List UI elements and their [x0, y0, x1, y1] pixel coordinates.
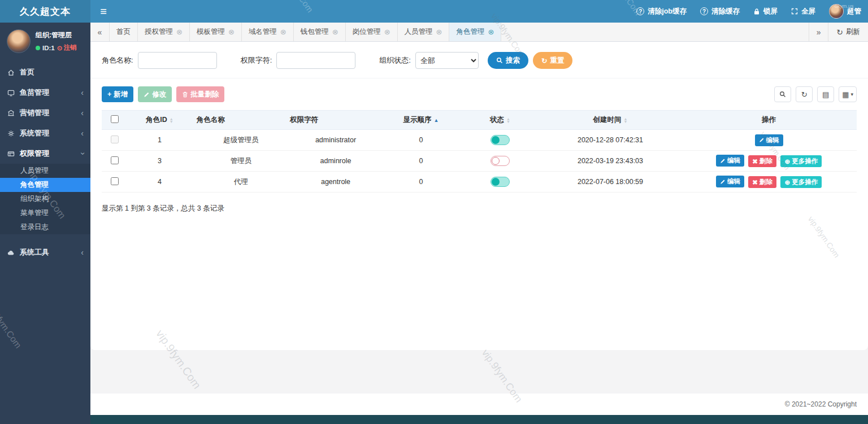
- select-all-checkbox[interactable]: [111, 115, 119, 123]
- marketing-icon: [7, 110, 15, 117]
- logout-link[interactable]: ⊙注销: [57, 43, 77, 52]
- org-status-select[interactable]: 全部: [415, 52, 479, 69]
- brand-logo[interactable]: 久久超文本: [0, 0, 90, 23]
- edit-button[interactable]: 编辑: [716, 155, 744, 167]
- display-order-cell: 0: [381, 172, 461, 193]
- clear-cache-button[interactable]: ? 清除缓存: [693, 0, 747, 23]
- edit-button[interactable]: 编辑: [755, 134, 783, 146]
- sidebar-item-marketing-mgmt[interactable]: 营销管理 ‹: [0, 103, 90, 123]
- status-toggle[interactable]: [491, 135, 510, 145]
- sidebar-item-home[interactable]: 首页: [0, 62, 90, 82]
- batch-delete-button[interactable]: 批量删除: [176, 86, 224, 102]
- row-checkbox[interactable]: [111, 156, 119, 164]
- edit-icon: [759, 137, 765, 143]
- close-icon[interactable]: ⊗: [176, 28, 183, 36]
- sidebar-subitem-personnel-mgmt[interactable]: 人员管理: [0, 164, 90, 178]
- home-icon: [7, 69, 15, 76]
- more-actions-button[interactable]: ⊕ 更多操作: [780, 176, 822, 188]
- status-toggle[interactable]: [491, 156, 510, 166]
- table-toolbar: + 新增 修改 批量删除: [90, 78, 868, 109]
- add-button[interactable]: + 新增: [102, 86, 133, 102]
- close-icon[interactable]: ⊗: [280, 28, 287, 36]
- hamburger-menu-icon[interactable]: ≡: [90, 0, 116, 23]
- question-circle-icon: ?: [636, 7, 644, 15]
- tabs-scroll-right-button[interactable]: »: [809, 23, 828, 41]
- role-name-input[interactable]: [138, 52, 217, 69]
- role-name-label: 角色名称:: [102, 55, 133, 65]
- sidebar-item-system-tools[interactable]: 系统工具 ‹: [0, 242, 90, 263]
- toggle-view-button[interactable]: ▤: [817, 86, 834, 102]
- tab-home[interactable]: 首页: [110, 23, 138, 41]
- sort-icon: ▲▼: [506, 117, 510, 123]
- edit-button[interactable]: 编辑: [716, 176, 744, 187]
- toggle-search-button[interactable]: [774, 86, 791, 102]
- sidebar-item-permission-mgmt[interactable]: 权限管理 ‹: [0, 143, 90, 164]
- column-header-role-id[interactable]: 角色ID▲▼: [127, 111, 192, 130]
- edit-icon: [720, 179, 726, 185]
- close-icon[interactable]: ⊗: [488, 28, 494, 36]
- reset-button[interactable]: ↻ 重置: [533, 52, 572, 69]
- sidebar-subitem-menu-mgmt[interactable]: 菜单管理: [0, 206, 90, 220]
- clear-job-cache-button[interactable]: ? 清除job缓存: [630, 0, 693, 23]
- chevron-down-icon: ‹: [78, 152, 87, 155]
- tabs-scroll-left-button[interactable]: «: [90, 23, 110, 41]
- perm-char-cell: administrator: [285, 130, 381, 151]
- close-icon[interactable]: ⊗: [332, 28, 338, 36]
- search-icon: [496, 57, 503, 64]
- table-row[interactable]: 4 代理 agentrole 0 2022-07-06 18:00:59 编辑: [102, 172, 857, 193]
- role-id-cell: 1: [127, 130, 192, 151]
- user-menu[interactable]: 超管: [822, 0, 868, 23]
- content-card: 角色名称: 权限字符: 组织状态: 全部 搜索: [90, 42, 868, 350]
- delete-button[interactable]: ✖ 删除: [748, 155, 776, 167]
- avatar: [829, 4, 844, 19]
- table-row[interactable]: 1 超级管理员 administrator 0 2020-12-28 07:42…: [102, 130, 857, 151]
- perm-char-input[interactable]: [276, 52, 355, 69]
- sidebar-subitem-login-log[interactable]: 登录日志: [0, 220, 90, 234]
- sidebar-subitem-role-mgmt[interactable]: 角色管理: [0, 178, 90, 192]
- more-actions-button[interactable]: ⊕ 更多操作: [780, 155, 822, 167]
- status-toggle[interactable]: [491, 177, 510, 187]
- display-order-cell: 0: [381, 130, 461, 151]
- sort-icon: ▲▼: [170, 117, 173, 123]
- table-icon: ▤: [822, 90, 829, 99]
- close-icon[interactable]: ⊗: [228, 28, 235, 36]
- column-header-display-order[interactable]: 显示顺序▲: [381, 111, 461, 130]
- column-header-created-at[interactable]: 创建时间▲▼: [540, 111, 681, 130]
- sidebar-item-system-mgmt[interactable]: 系统管理 ‹: [0, 123, 90, 143]
- tab-personnel-mgmt[interactable]: 人员管理 ⊗: [398, 23, 450, 41]
- tab-role-mgmt[interactable]: 角色管理 ⊗: [449, 23, 501, 41]
- sort-icon: ▲▼: [624, 117, 628, 123]
- table-row[interactable]: 3 管理员 adminrole 0 2022-03-19 23:43:03 编辑: [102, 151, 857, 172]
- tab-post-mgmt[interactable]: 岗位管理 ⊗: [346, 23, 398, 41]
- caret-down-icon: ▾: [850, 91, 853, 97]
- sidebar: 组织:管理层 ID:1 ⊙注销 首页: [0, 23, 90, 424]
- refresh-table-button[interactable]: ↻: [796, 86, 813, 102]
- fullscreen-icon: [791, 8, 798, 15]
- close-icon[interactable]: ⊗: [384, 28, 390, 36]
- sidebar-item-fish-mgmt[interactable]: 鱼苗管理 ‹: [0, 82, 90, 103]
- delete-button[interactable]: ✖ 删除: [748, 176, 776, 188]
- search-icon: [779, 91, 786, 98]
- columns-icon: ▦: [842, 90, 849, 99]
- sidebar-subitem-organization[interactable]: 组织架构: [0, 192, 90, 206]
- tab-domain-mgmt[interactable]: 域名管理 ⊗: [242, 23, 294, 41]
- modify-button[interactable]: 修改: [138, 86, 172, 102]
- column-header-status[interactable]: 状态▲▼: [461, 111, 540, 130]
- tab-template-mgmt[interactable]: 模板管理 ⊗: [190, 23, 242, 41]
- topbar-actions: ? 清除job缓存 ? 清除缓存 锁屏 全屏 超管: [630, 0, 868, 23]
- chevron-left-icon: ‹: [81, 129, 84, 138]
- tab-wallet-mgmt[interactable]: 钱包管理 ⊗: [294, 23, 346, 41]
- lock-screen-button[interactable]: 锁屏: [747, 0, 784, 23]
- tab-auth-mgmt[interactable]: 授权管理 ⊗: [138, 23, 190, 41]
- fullscreen-button[interactable]: 全屏: [784, 0, 822, 23]
- search-button[interactable]: 搜索: [488, 52, 528, 69]
- columns-button[interactable]: ▦▾: [839, 86, 857, 102]
- refresh-page-button[interactable]: ↻ 刷新: [828, 23, 868, 41]
- close-icon[interactable]: ⊗: [436, 28, 442, 36]
- column-header-role-name: 角色名称: [192, 111, 285, 130]
- row-checkbox[interactable]: [111, 177, 119, 185]
- role-id-cell: 4: [127, 172, 192, 193]
- row-checkbox: [111, 135, 119, 143]
- avatar[interactable]: [7, 29, 31, 53]
- question-circle-icon: ?: [700, 7, 708, 15]
